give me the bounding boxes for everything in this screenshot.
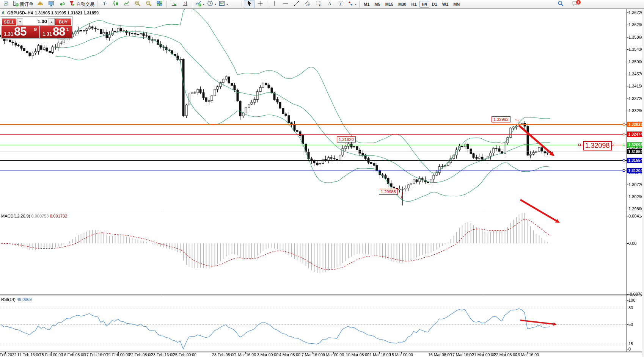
timeframe-button-m15[interactable]: M15 <box>383 1 396 8</box>
search-icon <box>558 0 564 8</box>
sell-price-small: 1.31 <box>4 31 13 37</box>
toolbar-right-tools: 1 <box>555 0 580 8</box>
buy-price-sup: 1 <box>66 27 69 32</box>
zoom-in-icon <box>135 0 141 8</box>
timeframe-button-d1[interactable]: D1 <box>430 1 440 8</box>
gold-icon <box>37 0 43 8</box>
tile-windows-icon[interactable] <box>154 0 165 8</box>
indicators-icon <box>195 0 201 8</box>
periods-icon <box>207 0 213 8</box>
auto-scroll-icon[interactable] <box>169 0 179 8</box>
text-icon[interactable]: A <box>324 0 335 8</box>
zoom-in-icon[interactable] <box>132 0 143 8</box>
chart-symbol-icon <box>1 10 5 15</box>
zoom-out-icon[interactable] <box>143 0 154 8</box>
mt4-window: 新订单自动交易▾▾▾EFAT▾M1M5M15M30H1H4D1W1MN1 GBP… <box>0 0 644 357</box>
buy-price-panel[interactable]: 1.31 88 1 <box>40 26 72 38</box>
bar-chart-icon[interactable] <box>99 0 110 8</box>
channel-icon[interactable]: E <box>302 0 313 8</box>
auto-scroll-icon <box>171 0 177 8</box>
volume-increase-button[interactable]: ▲ <box>49 18 55 25</box>
trendline-icon[interactable] <box>291 0 302 8</box>
templates-icon[interactable]: ▾ <box>218 0 229 8</box>
toolbar-separator <box>97 1 98 8</box>
buy-button[interactable]: BUY <box>55 19 71 25</box>
volume-value[interactable]: 1.00 <box>23 18 49 25</box>
volume-stepper[interactable]: ▼ 1.00 ▲ <box>17 18 55 26</box>
chart-shift-icon[interactable] <box>180 0 190 8</box>
terminal-icon <box>48 0 54 8</box>
timeframe-button-w1[interactable]: W1 <box>440 1 451 8</box>
timeframe-button-m1[interactable]: M1 <box>361 1 372 8</box>
toolbar-separator <box>166 1 167 8</box>
fibonacci-icon: F <box>316 0 322 8</box>
bar-chart-icon <box>102 0 108 8</box>
svg-text:E: E <box>308 4 310 6</box>
new-order-button[interactable]: 新订单 <box>11 0 35 8</box>
sell-price-sup: 9 <box>34 27 37 32</box>
auto-trading-button[interactable]: 自动交易 <box>68 0 96 8</box>
price-annotation[interactable]: 1.32992 <box>492 116 510 122</box>
svg-text:A: A <box>328 1 332 6</box>
one-click-trade-panel: SELL ▼ 1.00 ▲ BUY 1.31 85 9 1.31 88 1 <box>1 16 72 39</box>
volume-decrease-button[interactable]: ▼ <box>17 18 23 25</box>
line-chart-icon[interactable] <box>121 0 132 8</box>
sell-price-big: 85 <box>14 25 26 39</box>
label-icon: T <box>338 0 344 8</box>
sell-price-panel[interactable]: 1.31 85 9 <box>2 26 39 38</box>
macd-indicator-label: MACD(12,26,9) 0.000753 0.001732 <box>1 214 67 218</box>
timeframe-button-h1[interactable]: H1 <box>409 1 419 8</box>
auto-trading-button <box>69 0 75 8</box>
label-icon[interactable]: T <box>335 0 346 8</box>
indicators-icon[interactable]: ▾ <box>194 0 206 8</box>
toolbar-separator <box>242 1 242 8</box>
price-annotation[interactable]: 1.31920 <box>337 136 356 142</box>
signal-icon <box>59 0 65 8</box>
trendline-icon <box>294 0 300 8</box>
buy-price-big: 88 <box>53 25 65 39</box>
time-axis[interactable] <box>0 352 627 357</box>
chart-shift-icon <box>182 0 188 8</box>
tile-windows-icon <box>157 0 163 8</box>
svg-text:F: F <box>319 4 321 7</box>
price-annotation[interactable]: 1.29985 <box>379 189 398 195</box>
fibonacci-icon[interactable]: F <box>313 0 324 8</box>
main-toolbar: 新订单自动交易▾▾▾EFAT▾M1M5M15M30H1H4D1W1MN1 <box>0 0 644 9</box>
price-target-annotation[interactable]: 1.32098 <box>583 141 612 150</box>
toolbar-separator <box>192 1 193 8</box>
price-axis[interactable] <box>627 9 644 352</box>
cursor-icon <box>246 0 252 8</box>
edge-partial-icon[interactable] <box>0 0 11 8</box>
vline-icon[interactable] <box>269 0 280 8</box>
timeframe-button-mn[interactable]: MN <box>451 1 462 8</box>
shapes-icon[interactable]: ▾ <box>346 0 358 8</box>
search-button[interactable] <box>555 0 566 8</box>
chart-canvas[interactable] <box>0 0 644 357</box>
macd-signal-value: 0.001732 <box>50 214 67 218</box>
candlestick-icon[interactable] <box>110 0 121 8</box>
crosshair-icon <box>257 0 263 8</box>
zoom-out-icon <box>146 0 152 8</box>
sell-button[interactable]: SELL <box>2 19 16 25</box>
rsi-value: 49.0869 <box>17 297 32 302</box>
timeframe-button-h4[interactable]: H4 <box>419 1 429 8</box>
timeframe-button-m30[interactable]: M30 <box>396 1 408 8</box>
notification-badge: 1 <box>576 0 581 5</box>
templates-icon <box>219 0 225 8</box>
gold-icon[interactable] <box>35 0 46 8</box>
window-edge-strip <box>642 9 644 357</box>
candlestick-icon <box>113 0 119 8</box>
cursor-icon[interactable] <box>244 0 254 8</box>
crosshair-icon[interactable] <box>255 0 265 8</box>
chat-icon: 1 <box>572 0 578 8</box>
chat-button[interactable]: 1 <box>570 0 580 8</box>
chart-ohlc-values: 1.31905 1.31905 1.31821 1.31859 <box>35 11 99 15</box>
timeframe-button-m5[interactable]: M5 <box>372 1 382 8</box>
channel-icon: E <box>305 0 311 8</box>
signal-icon[interactable] <box>57 0 68 8</box>
hline-icon[interactable] <box>280 0 291 8</box>
svg-text:T: T <box>339 2 342 6</box>
periods-icon[interactable]: ▾ <box>206 0 217 8</box>
rsi-indicator-label: RSI(14) 49.0869 <box>1 297 32 302</box>
terminal-icon[interactable] <box>46 0 57 8</box>
